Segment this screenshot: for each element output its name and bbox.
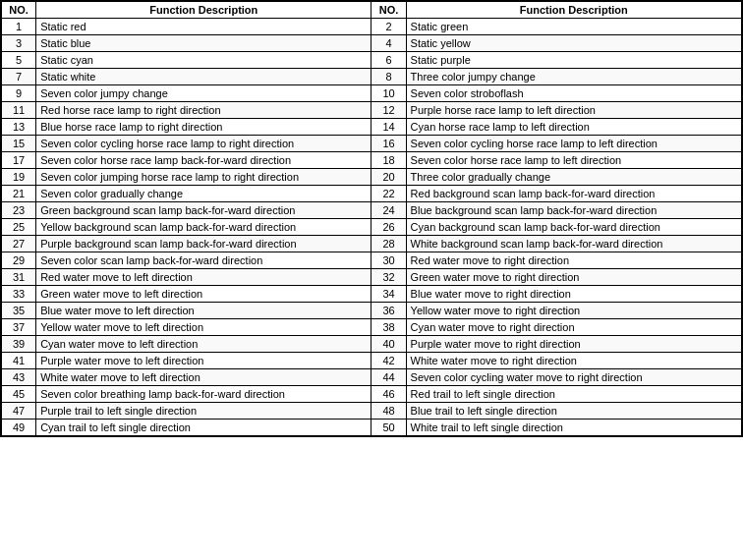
table-row: 29Seven color scan lamp back-for-ward di… xyxy=(2,252,742,269)
row-no1: 1 xyxy=(2,19,36,35)
row-no2: 22 xyxy=(372,186,406,202)
row-desc1: Seven color jumpy change xyxy=(36,85,372,102)
row-desc1: Green background scan lamp back-for-ward… xyxy=(36,202,372,219)
row-desc2: Red background scan lamp back-for-ward d… xyxy=(406,186,741,202)
row-no2: 40 xyxy=(372,336,406,353)
table-row: 1Static red2Static green xyxy=(2,19,742,35)
table-row: 5Static cyan6Static purple xyxy=(2,52,742,69)
row-desc1: Red horse race lamp to right direction xyxy=(36,102,372,119)
row-no1: 25 xyxy=(2,219,36,236)
row-desc2: Red water move to right direction xyxy=(406,252,741,269)
table-row: 17Seven color horse race lamp back-for-w… xyxy=(2,152,742,169)
function-table: NO. Function Description NO. Function De… xyxy=(1,1,742,436)
row-desc2: White water move to right direction xyxy=(406,353,741,369)
row-no2: 44 xyxy=(372,369,406,386)
row-no2: 12 xyxy=(372,102,406,119)
row-no1: 27 xyxy=(2,236,36,252)
row-desc2: Seven color horse race lamp to left dire… xyxy=(406,152,741,169)
table-row: 37Yellow water move to left direction38C… xyxy=(2,319,742,336)
row-desc1: Seven color scan lamp back-for-ward dire… xyxy=(36,252,372,269)
row-desc1: Purple trail to left single direction xyxy=(36,403,372,420)
row-no1: 49 xyxy=(2,420,36,436)
row-no1: 15 xyxy=(2,136,36,152)
row-desc2: Seven color cycling water move to right … xyxy=(406,369,741,386)
row-desc2: Purple horse race lamp to left direction xyxy=(406,102,741,119)
row-desc1: Static white xyxy=(36,69,372,85)
table-header-row: NO. Function Description NO. Function De… xyxy=(2,2,742,19)
row-desc2: Red trail to left single direction xyxy=(406,386,741,403)
row-no2: 8 xyxy=(372,69,406,85)
row-desc2: Seven color stroboflash xyxy=(406,85,741,102)
row-no1: 43 xyxy=(2,369,36,386)
row-desc2: Cyan water move to right direction xyxy=(406,319,741,336)
table-row: 9Seven color jumpy change10Seven color s… xyxy=(2,85,742,102)
table-row: 41Purple water move to left direction42W… xyxy=(2,353,742,369)
table-row: 39Cyan water move to left direction40Pur… xyxy=(2,336,742,353)
row-desc2: Blue trail to left single direction xyxy=(406,403,741,420)
row-desc1: Blue water move to left direction xyxy=(36,303,372,319)
row-no1: 3 xyxy=(2,35,36,52)
table-row: 31Red water move to left direction32Gree… xyxy=(2,269,742,286)
row-no1: 39 xyxy=(2,336,36,353)
row-no2: 36 xyxy=(372,303,406,319)
row-no1: 33 xyxy=(2,286,36,303)
row-no2: 2 xyxy=(372,19,406,35)
row-desc1: Yellow background scan lamp back-for-war… xyxy=(36,219,372,236)
header-desc1: Function Description xyxy=(36,2,372,19)
row-desc2: Blue background scan lamp back-for-ward … xyxy=(406,202,741,219)
row-desc2: Yellow water move to right direction xyxy=(406,303,741,319)
row-desc2: Cyan background scan lamp back-for-ward … xyxy=(406,219,741,236)
table-row: 49Cyan trail to left single direction50W… xyxy=(2,420,742,436)
row-desc1: Seven color gradually change xyxy=(36,186,372,202)
row-desc1: Red water move to left direction xyxy=(36,269,372,286)
row-no2: 30 xyxy=(372,252,406,269)
row-no2: 50 xyxy=(372,420,406,436)
row-desc1: Static blue xyxy=(36,35,372,52)
row-desc2: Blue water move to right direction xyxy=(406,286,741,303)
row-desc2: Cyan horse race lamp to left direction xyxy=(406,119,741,136)
table-row: 45Seven color breathing lamp back-for-wa… xyxy=(2,386,742,403)
row-no1: 29 xyxy=(2,252,36,269)
row-no1: 41 xyxy=(2,353,36,369)
row-desc1: Cyan water move to left direction xyxy=(36,336,372,353)
row-desc2: Static yellow xyxy=(406,35,741,52)
row-desc1: Yellow water move to left direction xyxy=(36,319,372,336)
row-desc2: White background scan lamp back-for-ward… xyxy=(406,236,741,252)
row-desc1: Static cyan xyxy=(36,52,372,69)
row-no2: 38 xyxy=(372,319,406,336)
row-no2: 32 xyxy=(372,269,406,286)
row-desc1: Seven color cycling horse race lamp to r… xyxy=(36,136,372,152)
row-no1: 21 xyxy=(2,186,36,202)
row-no1: 19 xyxy=(2,169,36,186)
table-row: 21Seven color gradually change22Red back… xyxy=(2,186,742,202)
row-desc2: Three color gradually change xyxy=(406,169,741,186)
row-no2: 10 xyxy=(372,85,406,102)
row-desc1: Cyan trail to left single direction xyxy=(36,420,372,436)
row-no2: 26 xyxy=(372,219,406,236)
row-no1: 9 xyxy=(2,85,36,102)
header-no2: NO. xyxy=(372,2,406,19)
row-desc1: Seven color breathing lamp back-for-ward… xyxy=(36,386,372,403)
row-no2: 14 xyxy=(372,119,406,136)
row-desc1: Seven color jumping horse race lamp to r… xyxy=(36,169,372,186)
table-row: 43White water move to left direction44Se… xyxy=(2,369,742,386)
row-no2: 46 xyxy=(372,386,406,403)
row-desc2: Static green xyxy=(406,19,741,35)
row-no2: 4 xyxy=(372,35,406,52)
row-desc2: Three color jumpy change xyxy=(406,69,741,85)
row-desc2: Static purple xyxy=(406,52,741,69)
row-no2: 34 xyxy=(372,286,406,303)
row-no2: 20 xyxy=(372,169,406,186)
row-desc1: Green water move to left direction xyxy=(36,286,372,303)
main-table-container: NO. Function Description NO. Function De… xyxy=(0,0,743,437)
row-desc1: Purple background scan lamp back-for-war… xyxy=(36,236,372,252)
row-no1: 13 xyxy=(2,119,36,136)
row-no1: 45 xyxy=(2,386,36,403)
table-row: 7Static white8Three color jumpy change xyxy=(2,69,742,85)
row-no1: 37 xyxy=(2,319,36,336)
row-no2: 48 xyxy=(372,403,406,420)
table-row: 47Purple trail to left single direction4… xyxy=(2,403,742,420)
row-no1: 23 xyxy=(2,202,36,219)
row-no2: 28 xyxy=(372,236,406,252)
table-row: 35Blue water move to left direction36Yel… xyxy=(2,303,742,319)
